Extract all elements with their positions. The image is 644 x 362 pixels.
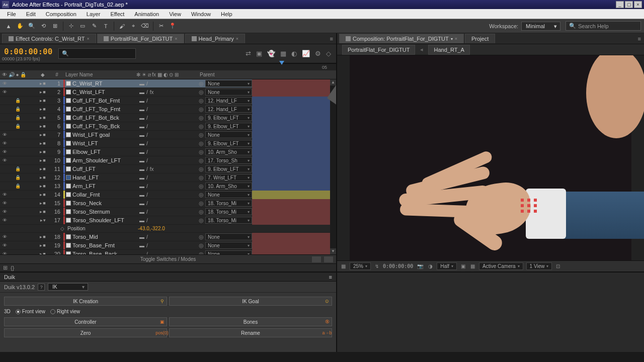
- channel-icon[interactable]: ↯: [374, 263, 380, 269]
- tab-effect-controls[interactable]: Effect Controls: C_Wrist_RT×: [2, 34, 96, 43]
- twirl-icon[interactable]: ▸: [40, 175, 42, 180]
- fx-badge[interactable]: fx: [150, 89, 154, 95]
- keyframe-diamond-icon[interactable]: ◇: [60, 226, 64, 231]
- tab-project[interactable]: Project: [465, 34, 495, 43]
- shy-layer-icon[interactable]: ■: [43, 115, 45, 120]
- menu-edit[interactable]: Edit: [21, 10, 41, 18]
- twirl-icon[interactable]: ▸: [40, 184, 42, 189]
- switch-fx-icon[interactable]: /: [146, 89, 148, 95]
- twirl-icon[interactable]: ▸: [40, 209, 42, 214]
- switch-fx-icon[interactable]: /: [146, 234, 148, 240]
- shy-layer-icon[interactable]: ■: [43, 192, 45, 197]
- camera-tool-icon[interactable]: ⊞: [49, 21, 60, 31]
- layer-duration-bar[interactable]: [252, 165, 336, 173]
- hand-tool-icon[interactable]: ✋: [15, 21, 26, 31]
- parent-select[interactable]: None▾: [205, 80, 252, 87]
- layer-duration-bar[interactable]: [252, 122, 336, 131]
- pickwhip-icon[interactable]: ◎: [199, 192, 204, 198]
- comp-flowchart-icon[interactable]: ⇄: [246, 50, 251, 57]
- twirl-icon[interactable]: ▸: [40, 115, 42, 120]
- layer-duration-bar[interactable]: [252, 199, 336, 208]
- layer-row[interactable]: 👁 ▸■ 14 Collar_Frnt ▬/ ◎ None▾: [0, 191, 336, 199]
- shy-layer-icon[interactable]: ■: [43, 201, 45, 206]
- visibility-eye-icon[interactable]: 👁: [2, 158, 7, 163]
- twirl-icon[interactable]: ▸: [40, 89, 42, 95]
- pickwhip-icon[interactable]: ◎: [199, 234, 204, 240]
- rotate-tool-icon[interactable]: ⟲: [38, 21, 49, 31]
- dropdown-icon[interactable]: ▾: [451, 37, 453, 41]
- maximize-button[interactable]: ▢: [625, 1, 633, 8]
- roto-tool-icon[interactable]: ✂: [155, 21, 167, 31]
- layer-duration-bar[interactable]: [252, 241, 336, 250]
- parent-select[interactable]: 18. Torso_Mi▾: [205, 217, 252, 224]
- layer-row[interactable]: 🔒 ▸■ 6 Cuff_LFT_Top_Bck ▬/ ◎ 9. Elbow_LF…: [0, 122, 336, 131]
- parent-select[interactable]: None▾: [205, 131, 252, 138]
- switch-fx-icon[interactable]: /: [146, 166, 148, 172]
- parent-select[interactable]: 17. Torso_Sh▾: [205, 157, 252, 164]
- pickwhip-icon[interactable]: ◎: [199, 183, 204, 190]
- breadcrumb-item[interactable]: PortraitFlat_For_DIGTUT: [342, 45, 415, 55]
- shy-layer-icon[interactable]: ■: [43, 81, 45, 86]
- pickwhip-icon[interactable]: ◎: [199, 80, 204, 87]
- parent-select[interactable]: None▾: [205, 88, 252, 96]
- switch-fx-icon[interactable]: /: [146, 81, 148, 86]
- switch-quality-icon[interactable]: ▬: [139, 184, 144, 189]
- layer-duration-bar[interactable]: [252, 79, 336, 88]
- anchor-tool-icon[interactable]: ⊹: [65, 21, 76, 31]
- shy-layer-icon[interactable]: ■: [43, 209, 45, 214]
- toggle-switches-button[interactable]: Toggle Switches / Modes: [140, 256, 196, 262]
- visibility-eye-icon[interactable]: 👁: [2, 201, 7, 206]
- shy-layer-icon[interactable]: ■: [43, 234, 45, 239]
- label-color-swatch[interactable]: [63, 97, 65, 105]
- text-tool-icon[interactable]: T: [100, 21, 111, 31]
- visibility-eye-icon[interactable]: 👁: [2, 234, 7, 239]
- frame-blend-icon[interactable]: ▦: [280, 50, 286, 57]
- shy-layer-icon[interactable]: ■: [43, 141, 45, 146]
- menu-animation[interactable]: Animation: [129, 10, 164, 18]
- menu-help[interactable]: Help: [216, 10, 237, 18]
- panel-menu-icon[interactable]: ≡: [329, 274, 332, 280]
- menu-effect[interactable]: Effect: [105, 10, 129, 18]
- puppet-tool-icon[interactable]: 📍: [167, 21, 178, 31]
- anchor-points-icon[interactable]: [521, 199, 538, 213]
- switch-fx-icon[interactable]: /: [146, 132, 148, 138]
- close-button[interactable]: ×: [634, 1, 642, 8]
- radio-front-view[interactable]: Front view: [16, 309, 45, 314]
- label-color-swatch[interactable]: [63, 233, 65, 241]
- shy-layer-icon[interactable]: ■: [43, 149, 45, 154]
- visibility-eye-icon[interactable]: 👁: [2, 149, 7, 154]
- parent-select[interactable]: 18. Torso_Mi▾: [205, 200, 252, 207]
- label-color-swatch[interactable]: [63, 191, 65, 199]
- switch-fx-icon[interactable]: /: [146, 175, 148, 180]
- footer-timecode[interactable]: 0:00:00:00: [383, 263, 413, 269]
- shy-icon[interactable]: 👻: [267, 50, 275, 57]
- label-color-swatch[interactable]: [63, 165, 65, 173]
- pickwhip-icon[interactable]: ◎: [199, 140, 204, 147]
- label-color-swatch[interactable]: [63, 250, 65, 254]
- switch-fx-icon[interactable]: /: [146, 158, 148, 163]
- switch-quality-icon[interactable]: ▬: [139, 218, 144, 223]
- help-button[interactable]: ?: [38, 284, 45, 291]
- switch-quality-icon[interactable]: ▬: [139, 234, 144, 240]
- brush-tool-icon[interactable]: 🖌: [116, 21, 127, 31]
- label-color-swatch[interactable]: [63, 139, 65, 147]
- twirl-icon[interactable]: ▸: [40, 192, 42, 197]
- mask-tool-icon[interactable]: ▭: [77, 21, 88, 31]
- switch-quality-icon[interactable]: ▬: [139, 158, 144, 163]
- layer-row[interactable]: 👁 ▸■ 7 Wrist_LFT goal ▬/ ◎ None▾: [0, 131, 336, 139]
- shy-layer-icon[interactable]: ■: [43, 89, 45, 95]
- switch-fx-icon[interactable]: /: [146, 149, 148, 155]
- property-row[interactable]: ◇Position-43.0,-322.0: [0, 225, 336, 233]
- lock-icon[interactable]: 🔒: [15, 184, 20, 189]
- label-color-swatch[interactable]: [63, 114, 65, 122]
- pixel-aspect-icon[interactable]: ⊡: [555, 263, 561, 269]
- fx-badge[interactable]: fx: [150, 166, 154, 172]
- eraser-tool-icon[interactable]: ⌫: [139, 21, 150, 31]
- tab-composition[interactable]: Composition: PortraitFlat_For_DIGTUT▾×: [339, 34, 464, 43]
- label-color-swatch[interactable]: [63, 88, 65, 96]
- label-color-swatch[interactable]: [63, 199, 65, 207]
- visibility-eye-icon[interactable]: 👁: [2, 209, 7, 214]
- layer-duration-bar[interactable]: [252, 148, 336, 156]
- switch-fx-icon[interactable]: /: [146, 141, 148, 146]
- layer-duration-bar[interactable]: [252, 191, 336, 199]
